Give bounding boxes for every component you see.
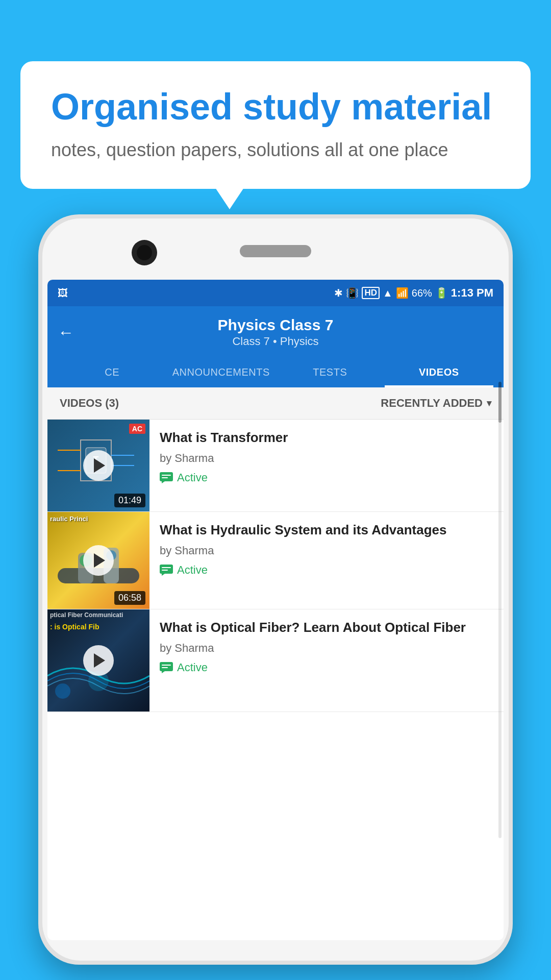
videos-count: VIDEOS (3)	[60, 397, 119, 410]
play-button-3[interactable]	[83, 645, 114, 676]
active-badge-1: Active	[160, 471, 493, 484]
bubble-subtitle: notes, question papers, solutions all at…	[51, 137, 500, 163]
header-title-group: Physics Class 7 Class 7 • Physics	[218, 316, 334, 348]
scrollbar[interactable]	[498, 382, 502, 838]
video-title-3: What is Optical Fiber? Learn About Optic…	[160, 619, 493, 636]
play-triangle-icon	[94, 458, 105, 473]
videos-area: VIDEOS (3) RECENTLY ADDED ▾	[47, 387, 504, 712]
phone-inner: 🖼 ✱ 📳 HD ▲ 📶 66% 🔋 1:13 PM ←	[42, 218, 509, 961]
video-author-3: by Sharma	[160, 642, 493, 655]
wifi-icon: ▲	[383, 287, 393, 299]
status-bar-left: 🖼	[58, 287, 68, 299]
video-title-2: What is Hydraulic System and its Advanta…	[160, 521, 493, 539]
video-info-3: What is Optical Fiber? Learn About Optic…	[149, 609, 504, 712]
image-icon: 🖼	[58, 287, 68, 299]
bubble-title: Organised study material	[51, 87, 500, 127]
svg-marker-23	[162, 671, 165, 673]
optical-text-overlay-1: ptical Fiber Communicati	[50, 611, 123, 620]
vibrate-icon: 📳	[346, 287, 359, 299]
video-author-1: by Sharma	[160, 452, 493, 465]
optical-text-overlay-2: : is Optical Fib	[50, 623, 99, 631]
ac-badge: AC	[129, 424, 145, 434]
video-author-2: by Sharma	[160, 544, 493, 557]
speaker	[240, 245, 311, 257]
battery-icon: 🔋	[435, 287, 448, 299]
play-button-2[interactable]	[83, 545, 114, 576]
back-button[interactable]: ←	[58, 323, 74, 342]
header-top: ← Physics Class 7 Class 7 • Physics	[58, 316, 493, 352]
time-display: 1:13 PM	[451, 286, 493, 300]
chat-icon-2	[160, 565, 173, 576]
svg-rect-7	[160, 472, 173, 481]
camera	[132, 240, 157, 265]
svg-rect-25	[162, 667, 168, 668]
thumbnail-optical: ptical Fiber Communicati : is Optical Fi…	[47, 609, 149, 712]
svg-rect-24	[162, 665, 171, 666]
tabs-bar: CE ANNOUNCEMENTS TESTS VIDEOS	[58, 357, 493, 387]
thumbnail-hydraulic: raulic Princi	[47, 512, 149, 609]
play-triangle-icon-3	[94, 653, 105, 668]
scrollbar-thumb	[498, 382, 502, 423]
play-triangle-icon-2	[94, 553, 105, 568]
sort-dropdown[interactable]: RECENTLY ADDED ▾	[381, 397, 491, 410]
svg-marker-17	[162, 574, 165, 576]
video-item-hydraulic[interactable]: raulic Princi	[47, 512, 504, 609]
thumbnail-transformer: T 01:49 AC	[47, 420, 149, 511]
svg-point-20	[55, 683, 70, 699]
video-item-transformer[interactable]: T 01:49 AC What is Transformer by Sharma	[47, 420, 504, 512]
tab-announcements[interactable]: ANNOUNCEMENTS	[167, 357, 276, 387]
svg-rect-22	[160, 662, 173, 671]
status-bar: 🖼 ✱ 📳 HD ▲ 📶 66% 🔋 1:13 PM	[47, 280, 504, 306]
sort-label: RECENTLY ADDED	[381, 397, 483, 410]
battery-percent: 66%	[412, 287, 432, 299]
video-item-optical[interactable]: ptical Fiber Communicati : is Optical Fi…	[47, 609, 504, 712]
app-header: ← Physics Class 7 Class 7 • Physics CE A…	[47, 306, 504, 387]
svg-rect-9	[162, 475, 171, 476]
bluetooth-icon: ✱	[334, 287, 343, 299]
svg-rect-19	[162, 570, 168, 571]
duration-badge-2: 06:58	[114, 591, 145, 605]
chat-icon-3	[160, 662, 173, 673]
status-bar-right: ✱ 📳 HD ▲ 📶 66% 🔋 1:13 PM	[334, 286, 493, 300]
play-button-1[interactable]	[83, 450, 114, 481]
tab-ce[interactable]: CE	[58, 357, 167, 387]
active-text-2: Active	[177, 564, 208, 577]
active-badge-3: Active	[160, 661, 493, 674]
chat-icon-1	[160, 472, 173, 483]
svg-rect-10	[162, 477, 168, 478]
breadcrumb: Class 7 • Physics	[218, 335, 334, 348]
duration-badge-1: 01:49	[114, 494, 145, 507]
active-text-1: Active	[177, 471, 208, 484]
svg-rect-18	[162, 567, 171, 568]
active-text-3: Active	[177, 661, 208, 674]
speech-bubble: Organised study material notes, question…	[20, 61, 531, 189]
phone-frame: 🖼 ✱ 📳 HD ▲ 📶 66% 🔋 1:13 PM ←	[38, 214, 513, 965]
svg-rect-16	[160, 565, 173, 574]
hd-badge: HD	[362, 287, 380, 299]
screen: 🖼 ✱ 📳 HD ▲ 📶 66% 🔋 1:13 PM ←	[47, 280, 504, 940]
active-badge-2: Active	[160, 564, 493, 577]
tab-videos[interactable]: VIDEOS	[385, 357, 494, 387]
svg-marker-8	[162, 481, 165, 483]
tab-tests[interactable]: TESTS	[276, 357, 385, 387]
page-title: Physics Class 7	[218, 316, 334, 334]
filter-bar: VIDEOS (3) RECENTLY ADDED ▾	[47, 387, 504, 420]
video-info-2: What is Hydraulic System and its Advanta…	[149, 512, 504, 609]
video-info-1: What is Transformer by Sharma Active	[149, 420, 504, 511]
chevron-down-icon: ▾	[487, 398, 491, 409]
hydraulic-text-overlay: raulic Princi	[50, 515, 88, 523]
signal-icon: 📶	[396, 287, 409, 299]
video-title-1: What is Transformer	[160, 429, 493, 447]
